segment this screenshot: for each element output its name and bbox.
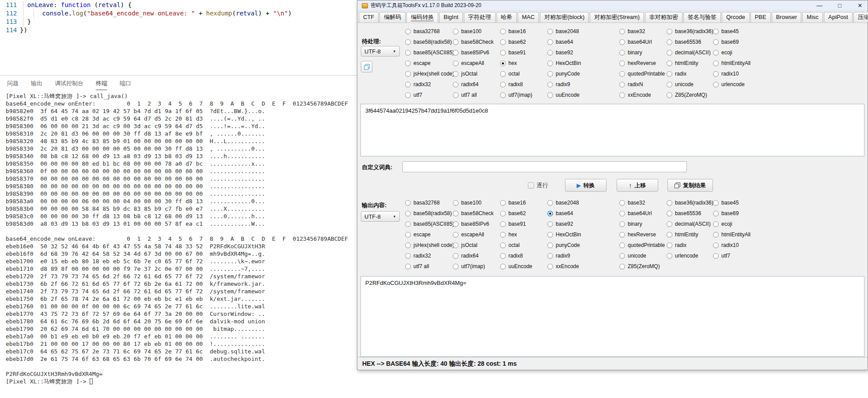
app-tab-BigInt[interactable]: BigInt (439, 12, 462, 23)
radio-option-radix32[interactable]: radix32 (405, 81, 453, 87)
radio-option-radix8[interactable]: radix8 (500, 253, 547, 259)
radio-option-radix9[interactable]: radix9 (547, 81, 619, 87)
radio-option-jsOctal[interactable]: jsOctal (453, 71, 500, 77)
radio-option-base65536[interactable]: base65536 (667, 39, 713, 45)
radio-option-utf7 all[interactable]: utf7 all (453, 92, 500, 98)
radio-option-jsHex(shell code)[interactable]: jsHex(shell code) (405, 71, 453, 77)
radio-option-jsOctal[interactable]: jsOctal (453, 242, 500, 248)
app-tab-Browser[interactable]: Browser (772, 12, 802, 23)
radio-option-Z85(ZeroMQ)[interactable]: Z85(ZeroMQ) (667, 92, 713, 98)
app-tab-ApiPost[interactable]: ApiPost (824, 12, 853, 23)
radio-option-radix64[interactable]: radix64 (453, 81, 500, 87)
radio-option-base91[interactable]: base91 (500, 221, 547, 227)
output-charset-select[interactable]: UTF-8 ▼ (361, 211, 400, 222)
radio-option-base62[interactable]: base62 (500, 210, 547, 216)
app-tab-对称加密(Stream)[interactable]: 对称加密(Stream) (590, 12, 644, 23)
radio-option-base69[interactable]: base69 (713, 210, 784, 216)
radio-option-base32[interactable]: base32 (619, 28, 667, 34)
radio-option-utf7[interactable]: utf7 (405, 92, 453, 98)
radio-option-base85(ASCII85)[interactable]: base85(ASCII85) (405, 49, 453, 56)
radio-option-octal[interactable]: octal (500, 242, 547, 248)
radio-option-base100[interactable]: base100 (453, 200, 500, 206)
app-tab-PBE[interactable]: PBE (750, 12, 771, 23)
radio-option-base64[interactable]: base64 (547, 210, 619, 216)
app-tab-哈希[interactable]: 哈希 (497, 12, 517, 23)
radio-option-base2048[interactable]: base2048 (547, 200, 619, 206)
radio-option-unicode[interactable]: unicode (667, 81, 713, 87)
radio-option-base62[interactable]: base62 (500, 39, 547, 45)
radio-option-decimal(ASCII)[interactable]: decimal(ASCII) (667, 49, 713, 56)
radio-option-hexReverse[interactable]: hexReverse (619, 60, 667, 66)
radio-option-utf7 all[interactable]: utf7 all (405, 263, 453, 269)
copy-result-button[interactable]: 复制结果 (667, 179, 713, 192)
radio-option-escape[interactable]: escape (405, 60, 453, 66)
radio-option-base36(radix36)[interactable]: base36(radix36) (667, 28, 713, 34)
radio-option-radix32[interactable]: radix32 (405, 253, 453, 259)
radio-option-base32[interactable]: base32 (619, 200, 667, 206)
radio-option-binary[interactable]: binary (619, 49, 667, 56)
panel-tab-调试控制台[interactable]: 调试控制台 (55, 80, 83, 90)
radio-option-quotedPrintable[interactable]: quotedPrintable (619, 242, 667, 248)
output-textarea[interactable]: P2RFdKoCGUJXtH3Rmh9vBdXR4Mg= (360, 276, 864, 357)
radio-option-hexReverse[interactable]: hexReverse (619, 231, 667, 238)
radio-option-base65536[interactable]: base65536 (667, 210, 713, 216)
app-tab-压缩[interactable]: 压缩 (853, 12, 868, 23)
radio-option-octal[interactable]: octal (500, 71, 547, 77)
radio-option-escape[interactable]: escape (405, 231, 453, 238)
radio-option-punyCode[interactable]: punyCode (547, 242, 619, 248)
radio-option-base45[interactable]: base45 (713, 200, 784, 206)
close-icon[interactable]: ✕ (857, 2, 863, 9)
app-tab-编解码[interactable]: 编解码 (379, 12, 406, 23)
radio-option-punyCode[interactable]: punyCode (547, 71, 619, 77)
app-tab-编码转换[interactable]: 编码转换 (406, 12, 438, 23)
maximize-icon[interactable]: □ (837, 2, 843, 9)
app-tab-字符处理[interactable]: 字符处理 (464, 12, 496, 23)
radio-option-urlencode[interactable]: urlencode (713, 81, 784, 87)
radio-option-decimal(ASCII)[interactable]: decimal(ASCII) (667, 221, 713, 227)
radio-option-urlencode[interactable]: urlencode (667, 253, 713, 259)
panel-tab-终端[interactable]: 终端 (96, 80, 107, 90)
radio-option-base58(radix58)[interactable]: base58(radix58) (405, 210, 453, 216)
radio-option-radix[interactable]: radix (667, 242, 713, 248)
app-tab-非对称加密[interactable]: 非对称加密 (645, 12, 682, 23)
convert-button[interactable]: ▶ 转换 (565, 179, 606, 192)
radio-option-hex[interactable]: hex (500, 231, 547, 238)
radio-option-base2048[interactable]: base2048 (547, 28, 619, 34)
app-tab-MAC[interactable]: MAC (518, 12, 539, 23)
radio-option-xxEncode[interactable]: xxEncode (619, 92, 667, 98)
radio-option-binary[interactable]: binary (619, 221, 667, 227)
radio-option-htmlEntityAll[interactable]: htmlEntityAll (713, 231, 784, 238)
radio-option-base58Check[interactable]: base58Check (453, 210, 500, 216)
terminal-cursor[interactable] (90, 379, 93, 384)
radio-option-htmlEntity[interactable]: htmlEntity (667, 231, 713, 238)
radio-option-Z85(ZeroMQ)[interactable]: Z85(ZeroMQ) (619, 263, 667, 269)
radio-option-unicode[interactable]: unicode (619, 253, 667, 259)
radio-option-base85IPv6[interactable]: base85IPv6 (453, 221, 500, 227)
radio-option-radix10[interactable]: radix10 (713, 242, 784, 248)
app-tab-对称加密(block)[interactable]: 对称加密(block) (540, 12, 589, 23)
radio-option-base64Url[interactable]: base64Url (619, 210, 667, 216)
app-tab-CTF[interactable]: CTF (359, 12, 379, 23)
radio-option-base16[interactable]: base16 (500, 200, 547, 206)
radio-option-base64Url[interactable]: base64Url (619, 39, 667, 45)
vscode-code-editor[interactable]: 111 onLeave: function (retval) {112 cons… (0, 0, 357, 75)
radio-option-radix9[interactable]: radix9 (547, 253, 619, 259)
radio-option-base58(radix58)[interactable]: base58(radix58) (405, 39, 453, 45)
radio-option-HexOctBin[interactable]: HexOctBin (547, 60, 619, 66)
radio-option-radix10[interactable]: radix10 (713, 71, 784, 77)
app-tab-签名与验签[interactable]: 签名与验签 (683, 12, 721, 23)
radio-option-htmlEntity[interactable]: htmlEntity (667, 60, 713, 66)
radio-option-xxEncode[interactable]: xxEncode (547, 263, 619, 269)
panel-tab-问题[interactable]: 问题 (7, 80, 19, 90)
radio-option-uuEncode[interactable]: uuEncode (500, 263, 547, 269)
radio-option-utf7(imap)[interactable]: utf7(imap) (500, 92, 547, 98)
radio-option-utf7(imap)[interactable]: utf7(imap) (453, 263, 500, 269)
move-up-button[interactable]: ↑ 上移 (617, 179, 658, 192)
radio-option-base69[interactable]: base69 (713, 39, 784, 45)
radio-option-radix64[interactable]: radix64 (453, 253, 500, 259)
radio-option-base45[interactable]: base45 (713, 28, 784, 34)
radio-option-utf7[interactable]: utf7 (713, 253, 784, 259)
radio-option-hex[interactable]: hex (500, 60, 547, 66)
panel-tab-端口[interactable]: 端口 (120, 80, 131, 90)
copy-input-button[interactable] (361, 61, 372, 72)
